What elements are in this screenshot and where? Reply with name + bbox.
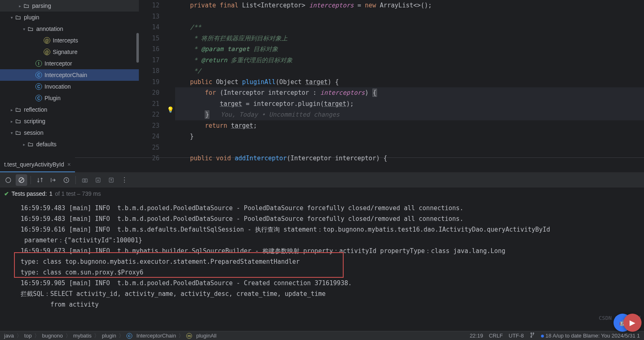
- annotation-icon: @: [44, 49, 50, 55]
- tree-item-signature[interactable]: @Signature: [0, 46, 139, 58]
- tree-label: Intercepts: [53, 37, 78, 44]
- tests-total: of 1 test – 739 ms: [55, 190, 101, 197]
- tree-label: parsing: [32, 2, 51, 9]
- tree-item-session[interactable]: session: [0, 127, 139, 138]
- tree-label: scripting: [24, 118, 45, 124]
- line-sep[interactable]: CRLF: [489, 333, 503, 339]
- console-line: 16:59:59.905 [main] INFO t.b.m.d.pooled.…: [21, 278, 641, 288]
- float-button-2[interactable]: ▶: [623, 314, 642, 332]
- tree-label: plugin: [24, 14, 39, 21]
- code-line-19[interactable]: public Object pluginAll(Object target) {: [175, 77, 644, 88]
- blame-status[interactable]: 18 A/up to date Blame: You 2024/5/31 1: [546, 333, 640, 339]
- git-indicator[interactable]: [529, 332, 535, 339]
- tests-passed-label: Tests passed:: [12, 190, 47, 197]
- history-icon[interactable]: [61, 174, 72, 186]
- class-icon: C: [35, 72, 42, 78]
- chevron-icon: [8, 106, 15, 113]
- more-icon[interactable]: ⋮: [119, 176, 131, 184]
- chevron-icon: [21, 141, 27, 148]
- file-tree[interactable]: parsingpluginannotation@Intercepts@Signa…: [0, 0, 139, 157]
- tree-item-interceptor[interactable]: IInterceptor: [0, 58, 139, 69]
- console-output[interactable]: 16:59:59.483 [main] INFO t.b.m.d.pooled.…: [0, 199, 644, 331]
- tree-item-interceptorchain[interactable]: CInterceptorChain: [0, 69, 139, 81]
- close-icon[interactable]: ×: [68, 161, 71, 168]
- class-icon: C: [35, 95, 42, 101]
- collapse-icon[interactable]: [47, 174, 59, 186]
- tree-label: Invocation: [44, 83, 71, 90]
- tree-item-plugin[interactable]: CPlugin: [0, 92, 139, 104]
- tree-item-reflection[interactable]: reflection: [0, 104, 139, 115]
- interface-icon: I: [35, 60, 42, 67]
- chevron-icon: [8, 118, 15, 124]
- console-line: 16:59:59.483 [main] INFO t.b.m.d.pooled.…: [21, 203, 641, 213]
- code-editor[interactable]: 121314151617181920212223242526 💡 private…: [139, 0, 644, 157]
- folder-icon: [15, 106, 21, 113]
- svg-rect-4: [82, 179, 87, 182]
- tree-item-intercepts[interactable]: @Intercepts: [0, 35, 139, 46]
- console-line: type: class top.bugnono.mybatis.executor…: [21, 256, 641, 267]
- encoding[interactable]: UTF-8: [508, 333, 524, 339]
- code-line-15[interactable]: * 将所有拦截器应用到目标对象上: [175, 33, 644, 44]
- camera-icon[interactable]: [79, 174, 91, 186]
- tree-item-invocation[interactable]: CInvocation: [0, 81, 139, 92]
- crumb-InterceptorChain[interactable]: CInterceptorChain: [126, 333, 176, 339]
- breadcrumb[interactable]: java〉top〉bugnono〉mybatis〉plugin〉CInterce…: [4, 332, 466, 340]
- tree-item-annotation[interactable]: annotation: [0, 23, 139, 35]
- run-tab[interactable]: t.test_queryActivityById ×: [0, 157, 75, 172]
- code-line-17[interactable]: * @return 多重代理后的目标对象: [175, 55, 644, 66]
- code-line-20[interactable]: for (Interceptor interceptor : intercept…: [175, 87, 644, 98]
- code-line-21[interactable]: target = interceptor.plugin(target);: [175, 98, 644, 110]
- filter-icon[interactable]: [2, 174, 14, 186]
- tree-item-scripting[interactable]: scripting: [0, 115, 139, 127]
- code-line-26[interactable]: public void addInterceptor(Interceptor i…: [175, 153, 644, 164]
- svg-point-5: [84, 180, 86, 181]
- crumb-bugnono[interactable]: bugnono: [42, 333, 63, 339]
- crumb-pluginAll[interactable]: mpluginAll: [186, 333, 216, 339]
- run-toolbar: ⋮: [0, 172, 644, 188]
- export-icon[interactable]: [105, 174, 117, 186]
- tab-label: t.test_queryActivityById: [4, 161, 64, 168]
- console-line: parameter：{"activityId":100001}: [21, 235, 641, 246]
- tree-label: Interceptor: [44, 60, 72, 67]
- stop-icon[interactable]: [16, 174, 27, 186]
- console-line: 16:59:59.616 [main] INFO t.b.m.s.default…: [21, 224, 641, 235]
- line-gutter: 121314151617181920212223242526: [139, 0, 167, 157]
- tree-label: session: [24, 129, 43, 136]
- folder-icon: [23, 2, 30, 9]
- tree-item-parsing[interactable]: parsing: [0, 0, 139, 12]
- crumb-top[interactable]: top: [24, 333, 32, 339]
- code-line-23[interactable]: return target;: [175, 120, 644, 131]
- sort-icon[interactable]: [34, 174, 46, 186]
- code-line-25[interactable]: [175, 142, 644, 153]
- crumb-plugin[interactable]: plugin: [102, 333, 116, 339]
- code-area[interactable]: private final List<Interceptor> intercep…: [175, 0, 644, 157]
- chevron-icon: [16, 2, 23, 9]
- crumb-java[interactable]: java: [4, 333, 14, 339]
- check-icon: ✔: [4, 190, 9, 197]
- intention-bulb-icon[interactable]: 💡: [167, 106, 173, 113]
- code-line-13[interactable]: [175, 11, 644, 22]
- tree-label: Plugin: [44, 95, 61, 101]
- tree-label: reflection: [24, 106, 47, 113]
- console-line: 16:59:59.483 [main] INFO t.b.m.d.pooled.…: [21, 213, 641, 224]
- cursor-pos[interactable]: 22:19: [470, 333, 483, 339]
- tests-passed-count: 1: [49, 190, 53, 197]
- folder-icon: [15, 14, 21, 21]
- svg-point-0: [6, 178, 11, 183]
- code-line-22[interactable]: } You, Today • Uncommitted changes: [175, 109, 644, 120]
- import-icon[interactable]: [92, 174, 104, 186]
- code-line-14[interactable]: /**: [175, 22, 644, 33]
- code-line-24[interactable]: }: [175, 131, 644, 142]
- chevron-icon: [21, 26, 27, 32]
- tree-label: Signature: [53, 49, 77, 55]
- console-line: 16:59:59.673 [main] INFO t.b.mybatis.bui…: [21, 246, 641, 256]
- test-summary: ✔ Tests passed: 1 of 1 test – 739 ms: [0, 188, 644, 199]
- code-line-16[interactable]: * @param target 目标对象: [175, 44, 644, 55]
- tree-item-defaults[interactable]: defaults: [0, 138, 139, 150]
- chevron-icon: [8, 14, 15, 21]
- folder-icon: [27, 141, 34, 148]
- code-line-18[interactable]: */: [175, 66, 644, 77]
- code-line-12[interactable]: private final List<Interceptor> intercep…: [175, 0, 644, 11]
- crumb-mybatis[interactable]: mybatis: [73, 333, 92, 339]
- tree-item-plugin[interactable]: plugin: [0, 12, 139, 23]
